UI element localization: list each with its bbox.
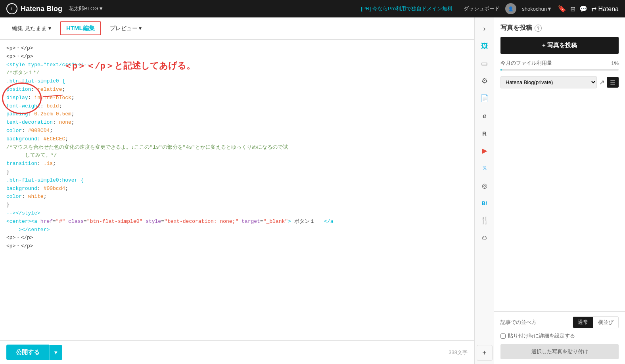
code-line: display: inline-block; [6, 94, 468, 102]
external-link-icon[interactable]: ↗ [599, 79, 604, 86]
edit-label: 編集 [12, 25, 23, 32]
code-line: color: #00BCD4; [6, 127, 468, 135]
code-line: } [6, 168, 468, 176]
right-header: 写真を投稿 ? [500, 24, 619, 32]
photo-icon: 🖼 [481, 42, 488, 50]
code-line: background: #ECECEC; [6, 135, 468, 144]
document-icon: 📄 [480, 94, 489, 103]
logo[interactable]: i Hatena Blog [6, 3, 62, 14]
nav-right: ダッシュボード 👤 shokochun▼ 🔖 ⊞ 💬 ⇄ Hatena [464, 3, 619, 14]
upload-photo-btn[interactable]: + 写真を投稿 [500, 37, 619, 54]
code-line: .btn-flat-simple0 { [6, 77, 468, 86]
youtube-sidebar-btn[interactable]: ▶ [477, 143, 493, 159]
username-link[interactable]: shokochun▼ [522, 6, 552, 12]
blog-select-row: Hatena Blog(private) ↗ ☰ [500, 76, 619, 88]
right-bottom-section: 記事での並べ方 通常 横並び 貼り付け時に詳細を設定する 選択した写真を貼り付け [494, 311, 625, 364]
editor-bottom: 公開する ▾ 338文字 [0, 340, 474, 364]
code-line: /*マウスを合わせた色の変化の速度を変更できるよ。↓ここの"1s"の部分を"4s… [6, 144, 468, 160]
document-sidebar-btn[interactable]: 📄 [477, 90, 493, 106]
blog-select[interactable]: Hatena Blog(private) [500, 76, 597, 88]
publish-dropdown-btn[interactable]: ▾ [49, 345, 62, 360]
usage-bar-fill [500, 69, 502, 71]
detail-checkbox[interactable] [500, 333, 506, 339]
folder-icon: ▭ [481, 59, 488, 68]
file-usage-percent: 1% [611, 60, 619, 66]
r-icon: R [482, 130, 487, 137]
avatar[interactable]: 👤 [505, 3, 516, 14]
publish-btn-group: 公開する ▾ [6, 345, 62, 360]
hatena-brand[interactable]: ⇄ Hatena [591, 5, 619, 13]
hatena-bookmark-icon: B! [482, 200, 487, 206]
code-line: color: white; [6, 193, 468, 201]
code-line: background: #00bcd4; [6, 185, 468, 193]
collapse-panel-btn[interactable]: › [477, 21, 493, 36]
right-panel-title: 写真を投稿 ? [500, 24, 542, 32]
speech-bubble-icon[interactable]: 💬 [579, 5, 587, 13]
sort-label: 記事での並べ方 [500, 319, 537, 326]
code-line: --></style> [6, 209, 468, 218]
chevron-right-icon: › [483, 25, 486, 33]
file-usage-row: 今月のファイル利用量 1% [500, 59, 619, 67]
sort-horizontal-btn[interactable]: 横並び [593, 317, 618, 328]
preview-label: プレビュー ▾ [110, 25, 142, 32]
code-editor[interactable]: ＜p＞＜/p＞と記述してあげる。 <p>・</p> <p>・</p> <styl… [0, 40, 474, 340]
blog-name[interactable]: 花太郎BLOG▼ [69, 5, 104, 12]
plus-icon: + [482, 349, 487, 357]
publish-button[interactable]: 公開する [6, 345, 49, 360]
avatar-icon: 👤 [508, 6, 514, 11]
sort-buttons: 通常 横並び [573, 316, 619, 328]
nav-icons: 🔖 ⊞ 💬 ⇄ Hatena [558, 4, 619, 13]
code-line: font-weight: bold; [6, 102, 468, 111]
code-line: padding: 0.25em 0.5em; [6, 110, 468, 119]
dashboard-link[interactable]: ダッシュボード [464, 5, 500, 12]
char-count: 338文字 [449, 349, 468, 356]
divider [500, 95, 619, 95]
html-edit-btn[interactable]: HTML編集 [60, 21, 101, 35]
add-sidebar-btn[interactable]: + [477, 345, 493, 361]
pr-text[interactable]: [PR] 今ならPro利用で独自ドメイン無料 [361, 5, 452, 12]
folder-sidebar-btn[interactable]: ▭ [477, 56, 493, 71]
top-nav: i Hatena Blog 花太郎BLOG▼ [PR] 今ならPro利用で独自ド… [0, 0, 625, 17]
paste-photo-btn[interactable]: 選択した写真を貼り付け [500, 344, 619, 359]
logo-circle: i [6, 3, 17, 14]
right-main-content: 写真を投稿 ? + 写真を投稿 今月のファイル利用量 1% Hatena Blo… [494, 17, 625, 311]
list-view-icon[interactable]: ☰ [607, 77, 619, 88]
code-line: <p>・</p> [6, 44, 468, 53]
fork-icon: 🍴 [480, 216, 489, 225]
preview-btn[interactable]: プレビュー ▾ [104, 23, 148, 34]
r-sidebar-btn[interactable]: R [477, 125, 493, 141]
right-content-wrapper: 写真を投稿 ? + 写真を投稿 今月のファイル利用量 1% Hatena Blo… [494, 17, 625, 364]
instagram-sidebar-btn[interactable]: ◎ [477, 178, 493, 193]
editor-toolbar: 編集 見たまま ▾ HTML編集 プレビュー ▾ [0, 17, 474, 40]
recipe-sidebar-btn[interactable]: 🍴 [477, 213, 493, 228]
code-line: } [6, 201, 468, 209]
hatena-b-sidebar-btn[interactable]: B! [477, 195, 493, 211]
twitter-sidebar-btn[interactable]: 𝕏 [477, 160, 493, 176]
right-title-text: 写真を投稿 [500, 24, 532, 32]
help-icon[interactable]: ? [535, 25, 542, 32]
twitter-icon: 𝕏 [482, 165, 487, 172]
right-panel: › 🖼 ▭ ⚙ 📄 a R ▶ 𝕏 [474, 17, 625, 364]
code-line: transition: .1s; [6, 160, 468, 168]
emoji-sidebar-btn[interactable]: ☺ [477, 230, 493, 246]
gear-icon: ⚙ [481, 77, 488, 85]
code-line: <style type="text/css"><!-- [6, 61, 468, 69]
logo-text: Hatena Blog [21, 5, 62, 13]
grid-icon[interactable]: ⊞ [570, 5, 575, 13]
code-line: .btn-flat-simple0:hover { [6, 176, 468, 185]
publish-arrow-icon: ▾ [54, 349, 58, 356]
code-line: <p>・</p> [6, 53, 468, 61]
checkbox-label: 貼り付け時に詳細を設定する [508, 332, 575, 339]
sort-normal-btn[interactable]: 通常 [573, 317, 593, 328]
sort-row: 記事での並べ方 通常 横並び [500, 316, 619, 328]
code-line: <p>・</p> [6, 234, 468, 242]
settings-sidebar-btn[interactable]: ⚙ [477, 73, 493, 89]
amazon-sidebar-btn[interactable]: a [477, 108, 493, 124]
bookmark-icon[interactable]: 🔖 [558, 4, 566, 13]
file-usage-label: 今月のファイル利用量 [500, 59, 552, 67]
photo-sidebar-btn[interactable]: 🖼 [477, 38, 493, 54]
checkbox-row: 貼り付け時に詳細を設定する [500, 332, 619, 339]
edit-dropdown-btn[interactable]: 編集 見たまま ▾ [6, 23, 57, 34]
edit-dropdown-label: 見たまま ▾ [25, 25, 51, 32]
code-line: <p>・</p> [6, 242, 468, 251]
